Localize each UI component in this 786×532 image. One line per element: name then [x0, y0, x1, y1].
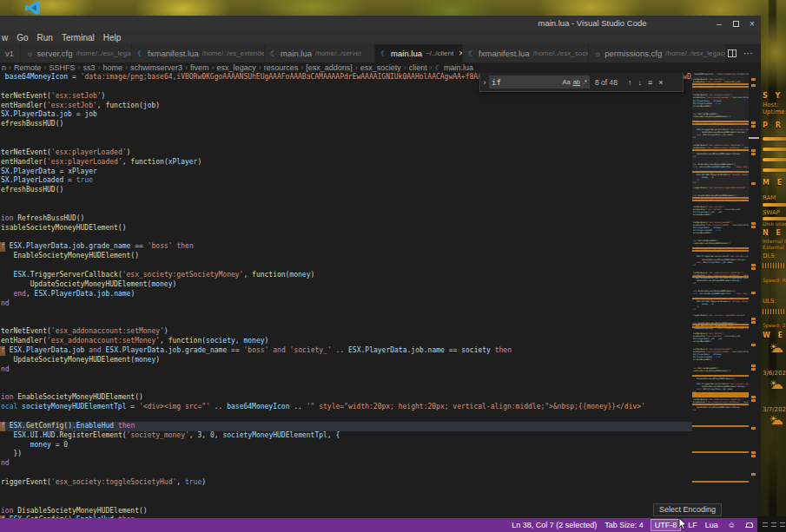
- menu-item-w[interactable]: w: [0, 33, 12, 43]
- ruler-match-mark: [751, 451, 756, 454]
- code-line[interactable]: ESX.TriggerServerCallback('esx_society:g…: [1, 271, 314, 280]
- find-previous-button[interactable]: ↑: [628, 78, 632, 87]
- regex-button[interactable]: .*: [583, 78, 587, 86]
- ruler-match-mark: [751, 396, 756, 398]
- code-line[interactable]: nd: [1, 299, 10, 309]
- code-line[interactable]: isableSocietyMoneyHUDElement(): [1, 224, 127, 233]
- code-line[interactable]: ion RefreshBussHUD(): [1, 214, 84, 224]
- code-line[interactable]: ion DisableSocietyMoneyHUDElement(): [1, 507, 148, 516]
- dock-icon[interactable]: [771, 522, 776, 527]
- breadcrumb-item[interactable]: home: [103, 63, 123, 72]
- tab-name: permissions.cfg: [604, 49, 662, 58]
- notifications-bell-icon[interactable]: [745, 522, 752, 529]
- code-line[interactable]: entHandler('esx_addonaccount:setMoney', …: [1, 337, 268, 346]
- code-line[interactable]: terNetEvent('esx:playerLoaded'): [1, 148, 130, 158]
- breadcrumb-item[interactable]: schwimserver3: [130, 63, 182, 72]
- code-line[interactable]: UpdateSocietyMoneyHUDElement(money): [1, 280, 176, 290]
- code-line[interactable]: SX.PlayerData.job = job: [1, 110, 97, 120]
- ruler-match-mark: [751, 84, 756, 87]
- breadcrumb-item[interactable]: SSHFS: [50, 63, 76, 72]
- menu-item-terminal[interactable]: Terminal: [57, 33, 99, 43]
- find-close-button[interactable]: ×: [658, 78, 663, 87]
- editor-tab[interactable]: ☾fxmanifest.lua/home/../esx_society: [463, 44, 589, 62]
- code-line[interactable]: nd: [1, 365, 10, 375]
- editor[interactable]: base64MoneyIcon = 'data:image/png;base64…: [0, 73, 761, 518]
- split-editor-button[interactable]: [728, 49, 736, 57]
- breadcrumb[interactable]: n›Remote›SSHFS›ss3›home›schwimserver3›fi…: [0, 62, 761, 73]
- code-line[interactable]: efreshBussHUD(): [1, 186, 63, 195]
- code-area[interactable]: base64MoneyIcon = 'data:image/png;base64…: [0, 73, 692, 518]
- breadcrumb-item[interactable]: Remote: [14, 63, 42, 72]
- desktop: S Y S T E MHost:Uptime:P R O C E S SM E …: [0, 0, 786, 532]
- code-line[interactable]: entHandler('esx:setJob', function(job): [1, 102, 160, 111]
- code-line[interactable]: terNetEvent('esx_addonaccount:setMoney'): [1, 327, 168, 337]
- find-next-button[interactable]: ↓: [638, 78, 643, 87]
- editor-tab[interactable]: v1: [0, 44, 21, 62]
- code-line[interactable]: f ESX.GetConfig().EnableHud then: [1, 516, 135, 518]
- minimap[interactable]: base64MoneyIcon = 'data:image/png;base64…: [692, 73, 749, 518]
- titlebar[interactable]: main.lua - Visual Studio Code – ×: [0, 16, 761, 31]
- dock-icon[interactable]: [763, 522, 768, 527]
- code-line[interactable]: riggerEvent('esx_society:toggleSocietyHu…: [1, 478, 206, 488]
- minimap-line: efreshBussHUD(): [693, 105, 712, 108]
- breadcrumb-item[interactable]: main.lua: [444, 63, 473, 72]
- status-eol[interactable]: LF: [688, 521, 697, 529]
- find-input[interactable]: if Aa ab .*: [489, 76, 590, 89]
- ruler-match-mark: [751, 292, 756, 294]
- editor-tab[interactable]: ☾main.lua/home/../server: [265, 44, 375, 62]
- taskbar-dock[interactable]: [757, 516, 786, 532]
- code-line[interactable]: terNetEvent('esx:setJob'): [1, 92, 105, 102]
- code-line[interactable]: end, ESX.PlayerData.job.name): [1, 290, 135, 299]
- feedback-smiley-icon[interactable]: ☺: [728, 521, 736, 529]
- editor-tab[interactable]: ☼permissions.cfg/home/../esx_legacy: [589, 44, 726, 62]
- editor-tab[interactable]: ☼server.cfg/home/../esx_legacy: [21, 44, 132, 62]
- minimap-line: UpdateSocietyMoneyHUDElement(money): [693, 406, 741, 409]
- code-line[interactable]: f ESX.PlayerData.job and ESX.PlayerData.…: [1, 346, 512, 356]
- code-line[interactable]: }): [1, 450, 22, 459]
- close-button[interactable]: ×: [747, 18, 757, 29]
- code-line[interactable]: ion EnableSocietyMoneyHUDElement(): [1, 393, 143, 403]
- code-line[interactable]: money = 0: [1, 441, 68, 450]
- breadcrumb-item[interactable]: [esx_addons]: [306, 63, 353, 72]
- dock-icon[interactable]: [780, 522, 785, 527]
- breadcrumb-item[interactable]: esx_legacy: [217, 63, 256, 72]
- code-line[interactable]: SX.PlayerLoaded = true: [1, 176, 93, 186]
- menu-item-go[interactable]: Go: [12, 33, 32, 43]
- code-line[interactable]: entHandler('esx:playerLoaded', function(…: [1, 158, 201, 167]
- menu-item-run[interactable]: Run: [33, 33, 57, 43]
- status-tab-size[interactable]: Tab Size: 4: [604, 521, 644, 529]
- editor-tab[interactable]: ☾fxmanifest.lua/home/../es_extended: [132, 44, 265, 62]
- status-cursor-position[interactable]: Ln 38, Col 7 (2 selected): [512, 521, 597, 529]
- code-line[interactable]: EnableSocietyMoneyHUDElement(): [1, 252, 139, 261]
- minimap-line: riggerEvent('esx_society:toggleSocietyHu…: [693, 314, 749, 317]
- code-line[interactable]: SX.PlayerData = xPlayer: [1, 167, 97, 177]
- menu-item-help[interactable]: Help: [99, 33, 126, 43]
- toggle-replace-chevron[interactable]: ›: [480, 78, 489, 87]
- whole-word-button[interactable]: ab: [573, 78, 580, 86]
- more-actions-button[interactable]: ⋯: [743, 48, 754, 59]
- code-line[interactable]: ESX.UI.HUD.RegisterElement('society_mone…: [1, 431, 340, 441]
- find-in-selection-button[interactable]: ≡: [648, 78, 652, 87]
- code-line[interactable]: UpdateSocietyMoneyHUDElement(money): [1, 356, 160, 365]
- status-language[interactable]: Lua: [705, 521, 718, 529]
- minimize-button[interactable]: –: [714, 18, 724, 29]
- status-encoding[interactable]: UTF-8: [651, 520, 681, 530]
- match-case-button[interactable]: Aa: [562, 78, 570, 86]
- breadcrumb-item[interactable]: ss3: [83, 63, 96, 72]
- minimap-match-mark: [692, 86, 749, 88]
- breadcrumb-item[interactable]: resources: [264, 63, 299, 72]
- conky-header: S Y S T E M: [763, 92, 786, 100]
- breadcrumb-item[interactable]: fivem: [190, 63, 209, 72]
- code-line[interactable]: efreshBussHUD(): [1, 120, 63, 129]
- breadcrumb-item[interactable]: n: [2, 63, 6, 72]
- code-line[interactable]: f ESX.GetConfig().EnableHud then: [1, 422, 135, 431]
- breadcrumb-item[interactable]: esx_society: [360, 63, 401, 72]
- editor-tab[interactable]: ☾main.lua~/../client×: [375, 44, 463, 62]
- code-line[interactable]: nd: [1, 459, 10, 469]
- breadcrumb-item[interactable]: client: [409, 63, 427, 72]
- conky-bar: [763, 168, 786, 172]
- overview-ruler[interactable]: [749, 73, 759, 518]
- restore-button[interactable]: [730, 18, 741, 29]
- code-line[interactable]: ocal societyMoneyHUDElementTpl = '<div><…: [1, 403, 645, 412]
- code-line[interactable]: f ESX.PlayerData.job.grade_name == 'boss…: [1, 242, 194, 252]
